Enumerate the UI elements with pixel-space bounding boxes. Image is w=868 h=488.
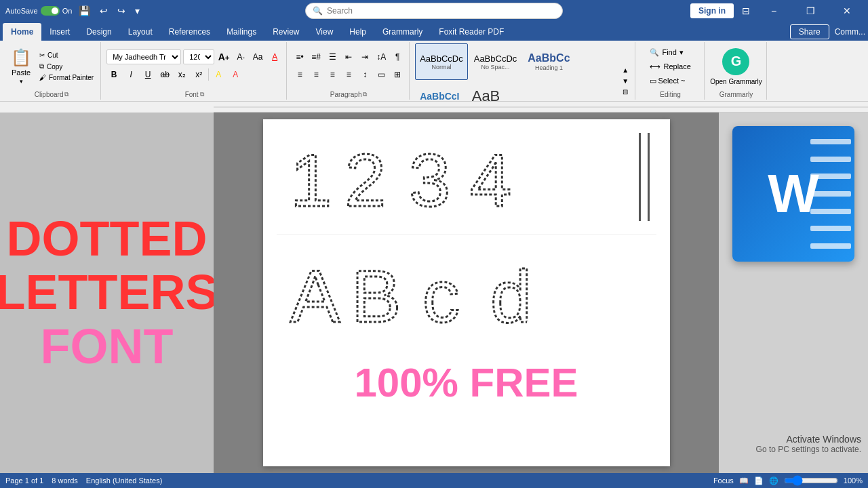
redo-button[interactable]: ↪: [115, 4, 128, 18]
borders-button[interactable]: ⊞: [390, 67, 405, 82]
italic-button[interactable]: I: [123, 67, 138, 82]
increase-indent-button[interactable]: ⇥: [357, 49, 372, 64]
style-no-space-preview: AaBbCcDc: [474, 54, 517, 64]
autosave-toggle[interactable]: AutoSave On: [5, 6, 72, 16]
styles-more[interactable]: ⊟: [620, 86, 631, 97]
autosave-switch[interactable]: [41, 6, 60, 16]
tab-review[interactable]: Review: [264, 23, 307, 41]
focus-button[interactable]: Focus: [713, 476, 734, 485]
justify-button[interactable]: ≡: [341, 67, 356, 82]
font-color-button[interactable]: A: [228, 67, 243, 82]
change-case-button[interactable]: Aa: [250, 49, 265, 64]
style-no-space[interactable]: AaBbCcDc No Spac...: [469, 43, 522, 80]
tab-layout[interactable]: Layout: [120, 23, 161, 41]
svg-text:c: c: [422, 254, 460, 337]
paste-dropdown-icon: ▾: [20, 78, 23, 85]
underline-button[interactable]: U: [140, 67, 155, 82]
shading-button[interactable]: ▭: [374, 67, 389, 82]
cut-button[interactable]: ✂ Cut: [37, 50, 96, 60]
tab-mailings[interactable]: Mailings: [218, 23, 264, 41]
copy-icon: ⧉: [39, 62, 44, 70]
strikethrough-button[interactable]: ab: [157, 67, 172, 82]
paste-icon: 📋: [11, 48, 31, 67]
format-painter-button[interactable]: 🖌 Format Painter: [37, 73, 96, 83]
show-hide-button[interactable]: ¶: [390, 49, 405, 64]
bullets-button[interactable]: ≡•: [292, 49, 307, 64]
style-heading1[interactable]: AaBbCc Heading 1: [523, 43, 574, 80]
tab-design[interactable]: Design: [78, 23, 119, 41]
minimize-button[interactable]: −: [758, 0, 789, 22]
save-button[interactable]: 💾: [76, 4, 93, 18]
ribbon-display-button[interactable]: ⊟: [739, 4, 753, 18]
font-label: Font: [185, 91, 199, 98]
font-shrink-button[interactable]: A-: [233, 49, 248, 64]
comments-button[interactable]: Comm...: [835, 27, 865, 37]
clear-formatting-button[interactable]: A: [267, 49, 282, 64]
dotted-letters-svg: A B c d: [277, 249, 582, 337]
font-expand-icon[interactable]: ⧉: [200, 91, 204, 98]
tab-insert[interactable]: Insert: [41, 23, 78, 41]
decrease-indent-button[interactable]: ⇤: [341, 49, 356, 64]
tab-help[interactable]: Help: [341, 23, 374, 41]
multilevel-list-button[interactable]: ☰: [325, 49, 340, 64]
sort-button[interactable]: ↕A: [374, 49, 389, 64]
autosave-label: AutoSave: [5, 7, 38, 15]
undo-button[interactable]: ↩: [97, 4, 111, 18]
align-left-button[interactable]: ≡: [292, 67, 307, 82]
find-label: Find: [662, 48, 676, 56]
quick-access-toolbar[interactable]: AutoSave On 💾 ↩ ↪ ▾: [5, 4, 142, 18]
tab-home[interactable]: Home: [3, 23, 41, 41]
tab-foxit[interactable]: Foxit Reader PDF: [431, 23, 512, 41]
font-name-select[interactable]: My Jadheedh Tr: [106, 49, 181, 64]
subscript-button[interactable]: x₂: [174, 67, 189, 82]
signin-button[interactable]: Sign in: [690, 3, 734, 18]
cut-label: Cut: [47, 52, 58, 59]
styles-group: AaBbCcDc Normal AaBbCcDc No Spac... AaBb…: [411, 42, 635, 100]
svg-text:3: 3: [409, 138, 450, 221]
tab-grammarly[interactable]: Grammarly: [374, 23, 431, 41]
status-bar: Page 1 of 1 8 words English (United Stat…: [0, 473, 868, 488]
close-button[interactable]: ✕: [831, 0, 863, 22]
tab-view[interactable]: View: [308, 23, 342, 41]
document-page[interactable]: 1 2 3 4 A B c d 100% FREE: [263, 119, 670, 466]
ruler-svg: // Generated via JS below: [214, 102, 868, 113]
font-size-select[interactable]: 120: [183, 49, 214, 64]
font-grow-button[interactable]: A+: [216, 49, 231, 64]
document-area[interactable]: 1 2 3 4 A B c d 100% FREE: [214, 113, 719, 473]
tab-references[interactable]: References: [161, 23, 218, 41]
view-print-button[interactable]: 📄: [754, 476, 764, 485]
clipboard-expand-icon[interactable]: ⧉: [64, 91, 68, 98]
paste-button[interactable]: 📋 Paste ▾: [7, 46, 35, 87]
grammarly-logo[interactable]: G: [722, 48, 749, 75]
word-logo-line6: [810, 226, 851, 231]
zoom-slider[interactable]: [784, 475, 838, 486]
superscript-button[interactable]: x²: [191, 67, 206, 82]
bold-button[interactable]: B: [106, 67, 121, 82]
style-normal-preview: AaBbCcDc: [420, 54, 463, 64]
replace-button[interactable]: ⟷ Replace: [646, 60, 694, 73]
paragraph-expand-icon[interactable]: ⧉: [363, 91, 367, 98]
view-read-button[interactable]: 📖: [739, 476, 749, 485]
style-normal[interactable]: AaBbCcDc Normal: [415, 43, 468, 80]
replace-label: Replace: [663, 62, 690, 70]
align-center-button[interactable]: ≡: [309, 67, 323, 82]
para-row1: ≡• ≡# ☰ ⇤ ⇥ ↕A ¶: [292, 49, 405, 64]
copy-button[interactable]: ⧉ Copy: [37, 61, 96, 72]
align-right-button[interactable]: ≡: [325, 67, 340, 82]
select-button[interactable]: ▭ Select ~: [646, 75, 694, 87]
share-button[interactable]: Share: [790, 24, 829, 39]
format-painter-label: Format Painter: [49, 74, 94, 81]
numbering-button[interactable]: ≡#: [309, 49, 323, 64]
text-highlight-button[interactable]: A: [211, 67, 226, 82]
dotted-numbers-svg: 1 2 3 4: [277, 133, 548, 221]
line-spacing-button[interactable]: ↕: [357, 67, 372, 82]
styles-scroll-down[interactable]: ▼: [620, 75, 631, 86]
grammarly-label: Grammarly: [719, 91, 753, 98]
customize-qa-button[interactable]: ▾: [132, 4, 142, 18]
styles-scroll-up[interactable]: ▲: [620, 64, 631, 75]
ribbon-tabs: Home Insert Design Layout References Mai…: [0, 22, 868, 41]
view-web-button[interactable]: 🌐: [769, 476, 778, 485]
restore-button[interactable]: ❐: [795, 0, 826, 22]
word-count: 8 words: [52, 476, 78, 485]
find-button[interactable]: 🔍 Find ▾: [646, 46, 694, 59]
